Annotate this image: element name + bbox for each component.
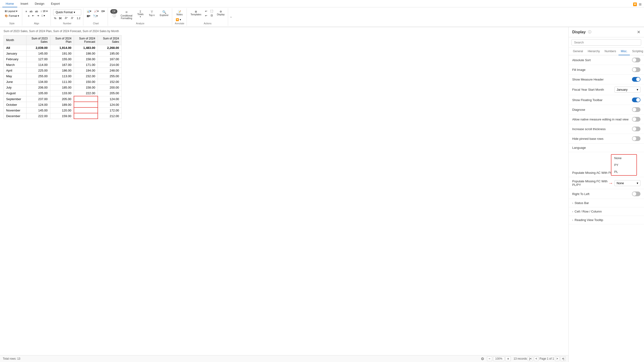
cell-month[interactable]: August [4, 90, 26, 96]
cell-2024sales[interactable]: 124.00 [98, 102, 122, 108]
cell-2024forecast[interactable]: 198.00 [74, 51, 98, 56]
chart-bar-btn[interactable]: ⊟▾ [100, 9, 106, 13]
cell-2024plan[interactable]: 191.00 [50, 51, 74, 56]
border-btn[interactable]: □ ▾ [40, 14, 46, 18]
cell-2024forecast[interactable]: 171.00 [74, 62, 98, 68]
chart-type-btn[interactable]: 📊▾ [86, 9, 92, 13]
absolute-sort-toggle[interactable] [632, 58, 640, 62]
lang-none[interactable]: None [612, 155, 636, 162]
cell-2024plan[interactable]: 1,914.00 [50, 45, 74, 51]
cell-2023sales[interactable]: 2,039.00 [26, 45, 50, 51]
cell-month[interactable]: December [4, 113, 26, 119]
cell-2024forecast[interactable]: 1,483.00 [74, 45, 98, 51]
cell-2023sales[interactable]: 105.00 [26, 90, 50, 96]
cell-2024sales[interactable]: 205.00 [98, 90, 122, 96]
cell-month[interactable]: April [4, 68, 26, 74]
cell-2023sales[interactable]: 145.00 [26, 51, 50, 56]
cell-2024forecast[interactable]: 232.00 [74, 74, 98, 79]
cell-2024forecast[interactable]: 158.00 [74, 56, 98, 62]
cell-2024sales[interactable]: 214.00 [98, 62, 122, 68]
more-btn[interactable]: › [230, 15, 232, 19]
cell-month[interactable]: February [4, 56, 26, 62]
cell-2023sales[interactable]: 124.00 [26, 102, 50, 108]
topn-btn[interactable]: ⊤ Top n [147, 9, 156, 18]
cell-2023sales[interactable]: 114.00 [26, 62, 50, 68]
cell-month[interactable]: October [4, 102, 26, 108]
cell-2024plan[interactable]: 189.00 [50, 102, 74, 108]
cell-2024sales[interactable]: 167.00 [98, 56, 122, 62]
cell-2023sales[interactable]: 237.00 [26, 96, 50, 102]
cell-2024plan[interactable]: 111.00 [50, 79, 74, 85]
rtl-toggle[interactable] [632, 192, 640, 196]
cell-2024plan[interactable]: 205.00 [50, 96, 74, 102]
cell-2024sales[interactable]: 124.00 [98, 96, 122, 102]
tab-misc[interactable]: Misc. [618, 48, 630, 55]
scroll-thickness-toggle[interactable] [632, 126, 640, 131]
cell-2024plan[interactable]: 155.00 [50, 56, 74, 62]
cell-2024sales[interactable]: 152.00 [98, 79, 122, 85]
percent-btn[interactable]: % [53, 16, 58, 20]
hide-pinned-toggle[interactable] [632, 136, 640, 141]
floating-toolbar-toggle[interactable] [632, 98, 640, 102]
panel-close-btn[interactable]: ✕ [637, 30, 640, 35]
section-status-bar[interactable]: › Status Bar [569, 199, 644, 207]
cell-2024plan[interactable]: 159.00 [50, 113, 74, 119]
first-page-btn[interactable]: |< [528, 356, 533, 361]
chart-area-btn[interactable]: 📉▾ [92, 14, 99, 18]
indent-btn[interactable]: ⇤ [31, 14, 35, 18]
zoom-out-btn[interactable]: − [487, 356, 492, 361]
cell-month[interactable]: March [4, 62, 26, 68]
cell-month[interactable]: July [4, 85, 26, 90]
toggle-off-btn[interactable]: Off [110, 9, 117, 14]
chart-line-btn[interactable]: 📈▾ [93, 9, 100, 13]
cell-month[interactable]: May [4, 74, 26, 79]
cell-2024forecast[interactable] [74, 102, 98, 108]
tab-general[interactable]: General [570, 48, 586, 55]
cell-2024forecast[interactable] [74, 96, 98, 102]
cell-2024sales[interactable]: 248.00 [98, 68, 122, 74]
cell-2024forecast[interactable]: 158.00 [74, 85, 98, 90]
tab-hierarchy[interactable]: Hierarchy [586, 48, 602, 55]
redo-btn[interactable]: ↩ [204, 14, 208, 18]
cell-2024sales[interactable]: 195.00 [98, 51, 122, 56]
text-wrap-btn[interactable]: ab [28, 9, 33, 13]
fill-image-toggle[interactable] [632, 67, 640, 72]
align-left2-btn[interactable]: ≡ [27, 14, 30, 18]
show-measure-header-toggle[interactable] [632, 77, 640, 82]
cell-2024plan[interactable]: 167.00 [50, 62, 74, 68]
text-wrap2-btn[interactable]: ab [34, 9, 39, 13]
decimal-add-btn[interactable]: .0⁺ [64, 16, 69, 20]
expand-btn[interactable]: ⛶ [210, 9, 214, 13]
cell-2024plan[interactable]: 113.00 [50, 74, 74, 79]
cell-month[interactable]: January [4, 51, 26, 56]
section-cell-row-column[interactable]: › Cell / Row / Column [569, 207, 644, 216]
cell-month[interactable]: All [4, 45, 26, 51]
cell-month[interactable]: June [4, 79, 26, 85]
cell-2023sales[interactable]: 134.00 [26, 79, 50, 85]
next-page-btn[interactable]: > [555, 356, 560, 361]
cell-2024sales[interactable]: 200.00 [98, 85, 122, 90]
prev-page-btn[interactable]: < [534, 356, 538, 361]
cell-2024plan[interactable]: 120.00 [50, 108, 74, 113]
tab-insert[interactable]: Insert [17, 0, 32, 7]
cell-2024plan[interactable]: 133.00 [50, 90, 74, 96]
dollar-btn[interactable]: $€ [58, 16, 62, 20]
templates-btn[interactable]: ⊞ Templates [189, 9, 203, 17]
cell-2024plan[interactable]: 186.00 [50, 68, 74, 74]
cell-2023sales[interactable]: 225.00 [26, 68, 50, 74]
cell-month[interactable]: September [4, 96, 26, 102]
row-height-btn[interactable]: ↕ 18 ▾ [40, 9, 49, 13]
tab-scripting[interactable]: Scripting [630, 48, 644, 55]
cell-2023sales[interactable]: 222.00 [26, 113, 50, 119]
shrink-btn[interactable]: ⊡ [210, 14, 214, 18]
cell-2024sales[interactable]: 212.00 [98, 113, 122, 119]
tab-export[interactable]: Export [48, 0, 63, 7]
decimal-fixed-btn[interactable]: 1.2 [76, 16, 81, 20]
totals-btn[interactable]: Σ Totals ▾ [136, 9, 145, 19]
chart-color-btn[interactable]: ▦▾ [86, 14, 92, 18]
cell-2024forecast[interactable] [74, 113, 98, 119]
cell-2024forecast[interactable]: 194.00 [74, 68, 98, 74]
undo-btn[interactable]: ↩ [204, 9, 208, 13]
lang-pl[interactable]: PL [612, 168, 636, 175]
format-btn[interactable]: 🎨 Format ▾ [4, 14, 20, 18]
